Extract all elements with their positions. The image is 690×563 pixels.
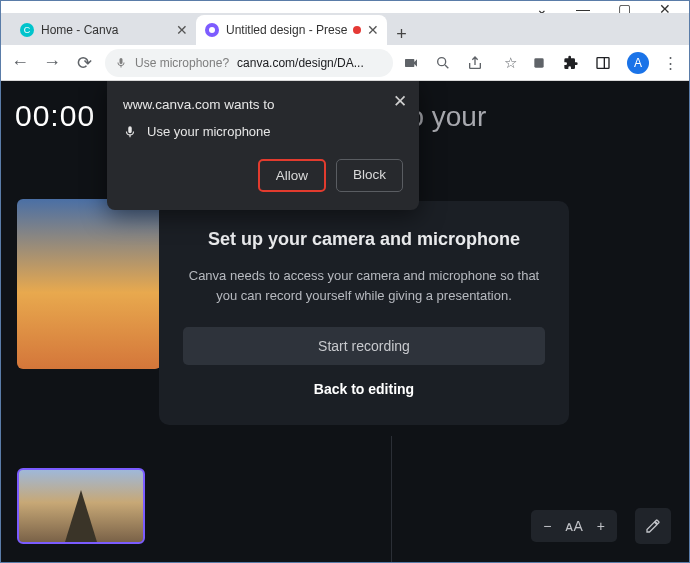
tab-label: Home - Canva xyxy=(41,23,118,37)
back-to-editing-button[interactable]: Back to editing xyxy=(183,381,545,397)
camera-icon[interactable] xyxy=(403,55,425,71)
permission-title: www.canva.com wants to xyxy=(123,97,403,112)
recording-indicator-icon xyxy=(353,26,361,34)
modal-title: Set up your camera and microphone xyxy=(183,229,545,250)
edit-notes-button[interactable] xyxy=(635,508,671,544)
new-tab-button[interactable]: + xyxy=(387,24,415,45)
zoom-icon[interactable] xyxy=(435,55,457,71)
eiffel-tower-icon xyxy=(65,490,97,542)
puzzle-icon[interactable] xyxy=(563,55,585,71)
svg-point-4 xyxy=(438,57,446,65)
omnibox-prompt: Use microphone? xyxy=(135,56,229,70)
setup-modal: Set up your camera and microphone Canva … xyxy=(159,201,569,425)
allow-button[interactable]: Allow xyxy=(258,159,326,192)
text-size-control: − ᴀA + xyxy=(531,510,617,542)
slide-thumbnail[interactable] xyxy=(17,468,145,544)
kebab-menu-icon[interactable]: ⋮ xyxy=(659,54,681,72)
text-size-icon: ᴀA xyxy=(565,518,582,534)
profile-avatar[interactable]: A xyxy=(627,52,649,74)
omnibox[interactable]: Use microphone? canva.com/design/DA... xyxy=(105,49,393,77)
increase-text-button[interactable]: + xyxy=(597,518,605,534)
canva-presenter-view: 00:00 d notes to your sign Set up your c… xyxy=(1,81,689,562)
tab-label: Untitled design - Prese xyxy=(226,23,347,37)
svg-rect-6 xyxy=(534,58,543,67)
modal-body: Canva needs to access your camera and mi… xyxy=(183,266,545,305)
forward-button[interactable]: → xyxy=(41,52,63,73)
bookmark-star-icon[interactable]: ☆ xyxy=(499,54,521,72)
microphone-icon xyxy=(115,57,127,69)
permission-close-button[interactable]: ✕ xyxy=(393,91,407,112)
svg-line-5 xyxy=(445,65,448,68)
canva-favicon-icon: C xyxy=(19,22,35,38)
tab-close-button[interactable]: ✕ xyxy=(176,22,188,38)
window-titlebar: ⌄ — ▢ ✕ xyxy=(1,1,689,13)
extensions-icon[interactable] xyxy=(531,55,553,71)
permission-item-label: Use your microphone xyxy=(147,124,271,139)
reload-button[interactable]: ⟳ xyxy=(73,52,95,74)
block-button[interactable]: Block xyxy=(336,159,403,192)
preview-thumbnail[interactable] xyxy=(17,199,161,369)
microphone-icon xyxy=(123,125,137,139)
browser-toolbar: ← → ⟳ Use microphone? canva.com/design/D… xyxy=(1,45,689,81)
recording-timer: 00:00 xyxy=(15,99,95,133)
omnibox-url: canva.com/design/DA... xyxy=(237,56,364,70)
bottom-controls: − ᴀA + xyxy=(531,508,671,544)
tab-strip: C Home - Canva ✕ Untitled design - Prese… xyxy=(1,13,689,45)
decrease-text-button[interactable]: − xyxy=(543,518,551,534)
share-icon[interactable] xyxy=(467,55,489,71)
start-recording-button[interactable]: Start recording xyxy=(183,327,545,365)
svg-rect-7 xyxy=(597,57,609,68)
tab-home-canva[interactable]: C Home - Canva ✕ xyxy=(11,15,196,45)
canva-doc-favicon-icon xyxy=(204,22,220,38)
tab-untitled-design[interactable]: Untitled design - Prese ✕ xyxy=(196,15,387,45)
svg-point-3 xyxy=(209,27,215,33)
tab-close-button[interactable]: ✕ xyxy=(367,22,379,38)
panel-divider xyxy=(391,436,392,562)
permission-prompt: ✕ www.canva.com wants to Use your microp… xyxy=(107,81,419,210)
back-button[interactable]: ← xyxy=(9,52,31,73)
svg-text:C: C xyxy=(24,25,31,35)
permission-item-microphone: Use your microphone xyxy=(123,124,403,139)
sidepanel-icon[interactable] xyxy=(595,55,617,71)
